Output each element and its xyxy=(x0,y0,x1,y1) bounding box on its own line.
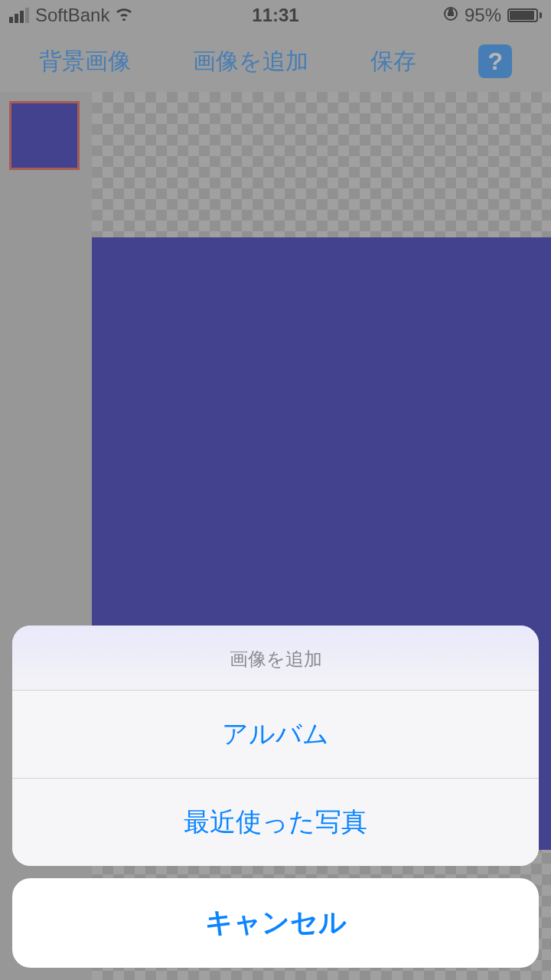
album-option[interactable]: アルバム xyxy=(12,691,539,779)
recent-photos-option[interactable]: 最近使った写真 xyxy=(12,779,539,866)
action-sheet: 画像を追加 アルバム 最近使った写真 キャンセル xyxy=(12,626,539,968)
action-sheet-options: 画像を追加 アルバム 最近使った写真 xyxy=(12,626,539,866)
cancel-button[interactable]: キャンセル xyxy=(12,878,539,968)
action-sheet-title: 画像を追加 xyxy=(12,626,539,691)
